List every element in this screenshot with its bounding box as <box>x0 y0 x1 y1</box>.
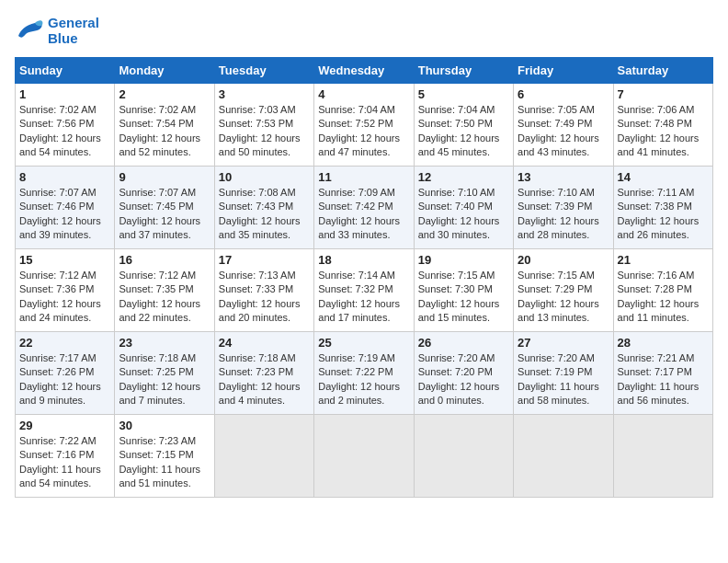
calendar-day-cell <box>214 415 313 498</box>
calendar-day-cell: 19Sunrise: 7:15 AM Sunset: 7:30 PM Dayli… <box>414 249 513 332</box>
day-number: 29 <box>19 419 110 432</box>
day-number: 14 <box>618 170 709 184</box>
day-number: 13 <box>518 170 609 184</box>
calendar-header: SundayMondayTuesdayWednesdayThursdayFrid… <box>16 58 713 84</box>
day-number: 28 <box>618 336 709 350</box>
calendar-day-cell: 3Sunrise: 7:03 AM Sunset: 7:53 PM Daylig… <box>214 84 313 167</box>
day-of-week-header: Sunday <box>16 58 115 84</box>
calendar-day-cell: 28Sunrise: 7:21 AM Sunset: 7:17 PM Dayli… <box>613 332 712 415</box>
calendar-day-cell: 2Sunrise: 7:02 AM Sunset: 7:54 PM Daylig… <box>115 84 214 167</box>
day-number: 23 <box>119 336 210 350</box>
day-number: 2 <box>119 87 210 101</box>
day-info: Sunrise: 7:05 AM Sunset: 7:49 PM Dayligh… <box>518 103 609 160</box>
day-number: 4 <box>318 87 409 101</box>
calendar-day-cell: 12Sunrise: 7:10 AM Sunset: 7:40 PM Dayli… <box>414 167 513 249</box>
day-number: 10 <box>219 170 310 184</box>
calendar-day-cell: 1Sunrise: 7:02 AM Sunset: 7:56 PM Daylig… <box>16 84 115 167</box>
calendar-day-cell: 8Sunrise: 7:07 AM Sunset: 7:46 PM Daylig… <box>16 167 115 249</box>
day-info: Sunrise: 7:20 AM Sunset: 7:20 PM Dayligh… <box>418 351 509 408</box>
day-number: 7 <box>618 87 709 101</box>
calendar-week-row: 22Sunrise: 7:17 AM Sunset: 7:26 PM Dayli… <box>16 332 713 415</box>
day-info: Sunrise: 7:04 AM Sunset: 7:52 PM Dayligh… <box>318 103 409 160</box>
day-number: 8 <box>19 170 110 184</box>
calendar-day-cell: 14Sunrise: 7:11 AM Sunset: 7:38 PM Dayli… <box>613 167 712 249</box>
day-info: Sunrise: 7:18 AM Sunset: 7:25 PM Dayligh… <box>119 351 210 408</box>
calendar-table: SundayMondayTuesdayWednesdayThursdayFrid… <box>15 57 713 498</box>
day-number: 11 <box>318 170 409 184</box>
calendar-day-cell: 22Sunrise: 7:17 AM Sunset: 7:26 PM Dayli… <box>16 332 115 415</box>
day-info: Sunrise: 7:04 AM Sunset: 7:50 PM Dayligh… <box>418 103 509 160</box>
day-of-week-header: Monday <box>115 58 214 84</box>
day-info: Sunrise: 7:12 AM Sunset: 7:35 PM Dayligh… <box>119 269 210 326</box>
calendar-day-cell: 21Sunrise: 7:16 AM Sunset: 7:28 PM Dayli… <box>613 249 712 332</box>
day-number: 6 <box>518 87 609 101</box>
day-number: 19 <box>418 253 509 267</box>
calendar-day-cell: 25Sunrise: 7:19 AM Sunset: 7:22 PM Dayli… <box>314 332 414 415</box>
calendar-body: 1Sunrise: 7:02 AM Sunset: 7:56 PM Daylig… <box>16 84 713 498</box>
day-info: Sunrise: 7:08 AM Sunset: 7:43 PM Dayligh… <box>219 186 310 243</box>
day-number: 27 <box>518 336 609 350</box>
day-number: 3 <box>219 87 310 101</box>
day-info: Sunrise: 7:18 AM Sunset: 7:23 PM Dayligh… <box>219 351 310 408</box>
calendar-day-cell: 24Sunrise: 7:18 AM Sunset: 7:23 PM Dayli… <box>214 332 313 415</box>
calendar-week-row: 8Sunrise: 7:07 AM Sunset: 7:46 PM Daylig… <box>16 167 713 249</box>
day-info: Sunrise: 7:02 AM Sunset: 7:54 PM Dayligh… <box>119 103 210 160</box>
calendar-day-cell <box>613 415 712 498</box>
day-info: Sunrise: 7:21 AM Sunset: 7:17 PM Dayligh… <box>618 351 709 408</box>
day-info: Sunrise: 7:14 AM Sunset: 7:32 PM Dayligh… <box>318 269 409 326</box>
calendar-day-cell: 9Sunrise: 7:07 AM Sunset: 7:45 PM Daylig… <box>115 167 214 249</box>
day-info: Sunrise: 7:07 AM Sunset: 7:45 PM Dayligh… <box>119 186 210 243</box>
days-of-week-row: SundayMondayTuesdayWednesdayThursdayFrid… <box>16 58 713 84</box>
calendar-day-cell: 23Sunrise: 7:18 AM Sunset: 7:25 PM Dayli… <box>115 332 214 415</box>
calendar-day-cell: 20Sunrise: 7:15 AM Sunset: 7:29 PM Dayli… <box>514 249 613 332</box>
day-number: 16 <box>119 253 210 267</box>
calendar-day-cell: 4Sunrise: 7:04 AM Sunset: 7:52 PM Daylig… <box>314 84 414 167</box>
day-info: Sunrise: 7:11 AM Sunset: 7:38 PM Dayligh… <box>618 186 709 243</box>
day-info: Sunrise: 7:10 AM Sunset: 7:39 PM Dayligh… <box>518 186 609 243</box>
logo-icon <box>15 17 44 43</box>
day-info: Sunrise: 7:13 AM Sunset: 7:33 PM Dayligh… <box>219 269 310 326</box>
day-number: 12 <box>418 170 509 184</box>
day-info: Sunrise: 7:03 AM Sunset: 7:53 PM Dayligh… <box>219 103 310 160</box>
day-info: Sunrise: 7:09 AM Sunset: 7:42 PM Dayligh… <box>318 186 409 243</box>
day-of-week-header: Wednesday <box>314 58 414 84</box>
day-of-week-header: Friday <box>514 58 613 84</box>
calendar-day-cell: 11Sunrise: 7:09 AM Sunset: 7:42 PM Dayli… <box>314 167 414 249</box>
calendar-day-cell: 7Sunrise: 7:06 AM Sunset: 7:48 PM Daylig… <box>613 84 712 167</box>
day-of-week-header: Tuesday <box>214 58 313 84</box>
day-number: 30 <box>119 419 210 432</box>
day-number: 21 <box>618 253 709 267</box>
day-info: Sunrise: 7:15 AM Sunset: 7:30 PM Dayligh… <box>418 269 509 326</box>
calendar-week-row: 15Sunrise: 7:12 AM Sunset: 7:36 PM Dayli… <box>16 249 713 332</box>
day-info: Sunrise: 7:07 AM Sunset: 7:46 PM Dayligh… <box>19 186 110 243</box>
calendar-day-cell: 29Sunrise: 7:22 AM Sunset: 7:16 PM Dayli… <box>16 415 115 498</box>
calendar-day-cell <box>314 415 414 498</box>
calendar-day-cell: 27Sunrise: 7:20 AM Sunset: 7:19 PM Dayli… <box>514 332 613 415</box>
calendar-day-cell <box>514 415 613 498</box>
calendar-day-cell <box>414 415 513 498</box>
day-number: 9 <box>119 170 210 184</box>
day-info: Sunrise: 7:10 AM Sunset: 7:40 PM Dayligh… <box>418 186 509 243</box>
calendar-day-cell: 6Sunrise: 7:05 AM Sunset: 7:49 PM Daylig… <box>514 84 613 167</box>
day-of-week-header: Thursday <box>414 58 513 84</box>
day-number: 18 <box>318 253 409 267</box>
day-info: Sunrise: 7:02 AM Sunset: 7:56 PM Dayligh… <box>19 103 110 160</box>
day-info: Sunrise: 7:17 AM Sunset: 7:26 PM Dayligh… <box>19 351 110 408</box>
calendar-day-cell: 30Sunrise: 7:23 AM Sunset: 7:15 PM Dayli… <box>115 415 214 498</box>
calendar-day-cell: 17Sunrise: 7:13 AM Sunset: 7:33 PM Dayli… <box>214 249 313 332</box>
day-info: Sunrise: 7:12 AM Sunset: 7:36 PM Dayligh… <box>19 269 110 326</box>
day-info: Sunrise: 7:22 AM Sunset: 7:16 PM Dayligh… <box>19 434 110 491</box>
day-number: 25 <box>318 336 409 350</box>
day-of-week-header: Saturday <box>613 58 712 84</box>
day-number: 24 <box>219 336 310 350</box>
day-info: Sunrise: 7:06 AM Sunset: 7:48 PM Dayligh… <box>618 103 709 160</box>
day-number: 15 <box>19 253 110 267</box>
calendar-week-row: 29Sunrise: 7:22 AM Sunset: 7:16 PM Dayli… <box>16 415 713 498</box>
calendar-day-cell: 13Sunrise: 7:10 AM Sunset: 7:39 PM Dayli… <box>514 167 613 249</box>
day-info: Sunrise: 7:16 AM Sunset: 7:28 PM Dayligh… <box>618 269 709 326</box>
day-info: Sunrise: 7:20 AM Sunset: 7:19 PM Dayligh… <box>518 351 609 408</box>
day-info: Sunrise: 7:23 AM Sunset: 7:15 PM Dayligh… <box>119 434 210 491</box>
logo: General Blue <box>15 15 99 46</box>
day-info: Sunrise: 7:15 AM Sunset: 7:29 PM Dayligh… <box>518 269 609 326</box>
calendar-week-row: 1Sunrise: 7:02 AM Sunset: 7:56 PM Daylig… <box>16 84 713 167</box>
